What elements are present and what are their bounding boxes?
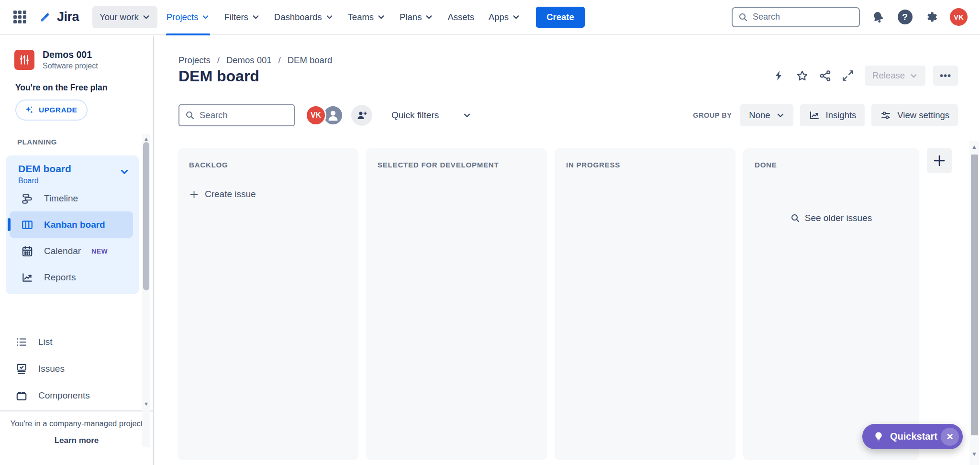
kanban-icon [21,219,33,231]
upgrade-button[interactable]: UPGRADE [15,100,88,121]
breadcrumb-dem-board[interactable]: DEM board [288,55,333,66]
components-icon [15,389,28,402]
plus-icon [932,154,947,168]
favorite-button[interactable] [792,66,812,86]
sidebar-item-issues[interactable]: Issues [0,355,144,382]
header-toolbar: Release ••• [769,66,958,86]
breadcrumb-projects[interactable]: Projects [178,55,211,66]
fullscreen-button[interactable] [838,66,858,86]
nav-item-plans[interactable]: Plans [392,0,440,34]
main-scroll-down-icon[interactable]: ▼ [969,450,979,458]
filter-bar: VK Quick filters GROUP BY None [178,104,958,126]
jira-kanban-page: Jira Your work Projects Filters Dashboar… [0,0,980,465]
column-in-progress: IN PROGRESS [555,148,735,460]
more-icon: ••• [940,70,951,81]
group-by-select[interactable]: None [740,104,793,126]
board-group-name: DEM board [18,163,71,175]
top-navigation: Jira Your work Projects Filters Dashboar… [0,0,980,35]
board-search[interactable] [178,104,295,126]
release-button[interactable]: Release [865,66,925,86]
learn-more-link[interactable]: Learn more [55,436,99,445]
app-switcher-icon[interactable] [13,11,26,23]
board-group-sub: Board [18,177,71,185]
filter-bar-right: GROUP BY None Insights View settings [693,104,958,126]
issues-icon [15,363,28,375]
star-icon [796,69,809,82]
sidebar-item-calendar[interactable]: Calendar NEW [6,238,139,264]
chevron-down-icon [512,13,520,21]
jira-logo[interactable]: Jira [39,10,79,24]
global-search-input[interactable] [753,12,853,22]
main-scroll-up-icon[interactable]: ▲ [969,143,979,151]
help-button[interactable]: ? [896,9,913,26]
sidebar-item-list[interactable]: List [0,329,144,355]
list-icon [15,336,28,348]
lightbulb-icon [873,431,884,443]
project-type: Software project [43,62,98,70]
more-button[interactable]: ••• [933,66,958,86]
nav-item-filters[interactable]: Filters [217,0,267,34]
see-older-issues-button[interactable]: See older issues [743,213,919,223]
add-people-button[interactable] [351,105,372,126]
sidebar-item-kanban-board[interactable]: Kanban board [10,211,133,238]
project-views: List Issues Components [0,329,144,409]
project-header: Demos 001 Software project [0,36,153,70]
quickstart-close-button[interactable]: ✕ [941,428,959,446]
insights-button[interactable]: Insights [800,104,865,126]
managed-project-text: You're in a company-managed project [0,419,153,428]
chevron-down-icon [201,13,210,21]
column-title: BACKLOG [189,161,347,169]
sidebar-scrollbar-thumb[interactable] [143,142,149,290]
chevron-down-icon [910,72,918,80]
add-people-icon [356,110,368,121]
settings-button[interactable] [923,9,940,26]
upgrade-sparkle-icon [24,105,34,115]
column-selected-for-development: SELECTED FOR DEVELOPMENT [366,148,547,460]
search-icon [791,213,800,223]
nav-item-assets[interactable]: Assets [440,0,481,34]
automation-button[interactable] [769,66,789,86]
user-avatar-icon [326,108,340,122]
board-group-header[interactable]: DEM board Board [6,163,139,185]
chevron-down-icon [142,13,150,21]
view-settings-icon [880,110,891,121]
view-settings-button[interactable]: View settings [871,104,958,126]
nav-item-projects[interactable]: Projects [159,0,217,34]
board-main: Projects / Demos 001 / DEM board DEM boa… [155,36,980,465]
jira-logo-text: Jira [57,10,79,24]
nav-item-apps[interactable]: Apps [481,0,527,34]
sidebar-scroll-down-icon[interactable]: ▼ [142,400,150,407]
group-by-label: GROUP BY [693,111,732,119]
plus-icon [189,189,199,199]
create-issue-button[interactable]: Create issue [189,189,347,199]
sidebar-item-timeline[interactable]: Timeline [6,185,139,211]
notifications-icon [869,9,886,25]
page-title: DEM board [178,67,259,85]
notifications-button[interactable] [869,9,887,26]
chevron-down-icon [120,167,129,178]
insights-icon [809,110,820,121]
quickstart-button[interactable]: Quickstart ✕ [862,424,963,449]
create-button[interactable]: Create [536,7,585,28]
nav-item-dashboards[interactable]: Dashboards [267,0,341,34]
board-group-panel: DEM board Board Timeline Kanban board [6,155,139,294]
quick-filters-dropdown[interactable]: Quick filters [391,110,471,121]
primary-nav: Your work Projects Filters Dashboards Te… [90,0,585,34]
avatar-vk[interactable]: VK [305,105,326,126]
global-search[interactable] [732,7,860,27]
nav-item-your-work[interactable]: Your work [92,6,157,28]
board-search-input[interactable] [200,110,288,121]
user-avatar[interactable]: VK [950,8,968,26]
main-scrollbar-thumb[interactable] [971,155,978,435]
chevron-down-icon [463,111,471,120]
column-title: SELECTED FOR DEVELOPMENT [378,161,535,169]
breadcrumb-demos-001[interactable]: Demos 001 [226,55,272,66]
add-column-button[interactable] [927,148,952,173]
project-sidebar: Demos 001 Software project You're on the… [0,36,154,465]
sidebar-item-components[interactable]: Components [0,382,144,409]
sidebar-scroll-up-icon[interactable]: ▲ [142,135,150,142]
sidebar-item-reports[interactable]: Reports [6,264,139,290]
share-button[interactable] [815,66,835,86]
column-title: IN PROGRESS [566,161,724,169]
nav-item-teams[interactable]: Teams [341,0,393,34]
